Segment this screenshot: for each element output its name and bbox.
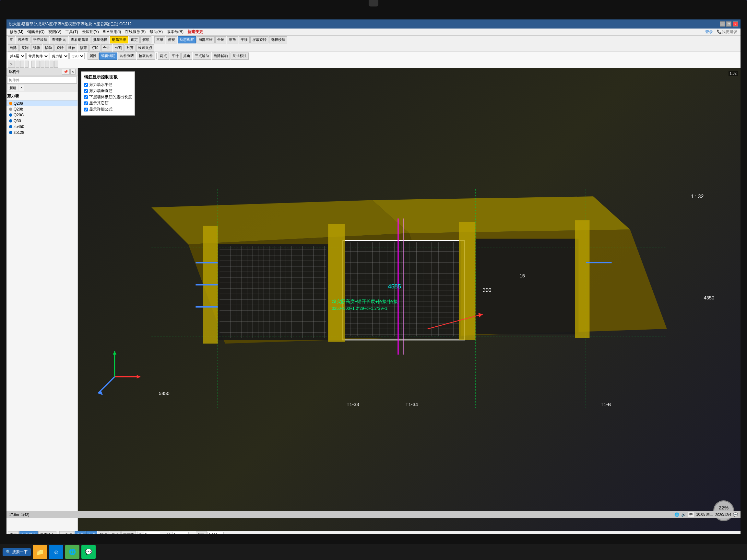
btn-set-height[interactable] [45,61,49,68]
toolbar-local3d[interactable]: 局部三维 [197,36,215,44]
maximize-btn[interactable]: □ [726,21,731,27]
toolbar-trim[interactable]: 修剪 [78,45,89,52]
toolbar-set-point[interactable]: 设置夹点 [136,45,154,52]
panel-close-btn[interactable]: × [70,69,76,75]
toolbar-select-layer[interactable]: 选择楼层 [269,36,287,44]
toolbar-find-elem[interactable]: 查找图元 [50,36,68,44]
menu-cloud[interactable]: 云应用(Y) [80,28,101,35]
menu-help[interactable]: 帮助(H) [148,28,165,35]
viewport-3d[interactable]: 4585 墙实际高度+锚开长度+搭接*搭接 3250+500+1.2*29+d+… [78,68,741,531]
btn-fill-base[interactable] [50,61,53,68]
menu-edit[interactable]: 修改(M) [8,28,25,35]
close-btn[interactable]: × [733,21,738,27]
toolbar-batch[interactable]: 批量选择 [91,36,109,44]
btn-del-aux[interactable]: 删除辅轴 [212,53,230,60]
btn-smart-layout[interactable] [36,61,40,68]
start-search[interactable]: 🔍 搜索一下 [3,548,31,556]
tree-item-zb450[interactable]: zb450 [6,124,77,130]
checkbox-horiz[interactable] [84,83,88,87]
btn-vertical[interactable]: 垂点 [75,531,85,534]
toolbar-cloud-check[interactable]: 云检查 [16,36,30,44]
minimize-btn[interactable]: ─ [720,21,725,27]
btn-add-length[interactable] [20,61,24,68]
input-x[interactable] [144,532,160,534]
delete-component-btn[interactable]: × [19,85,24,91]
menu-rebar-qty[interactable]: 钢筋量(Q) [25,28,46,35]
btn-no-move[interactable]: 不偏移 [121,531,136,534]
btn-intersect[interactable]: ✕ 交点 [59,531,74,534]
rebar-option-1[interactable]: 剪力墙水平筋 [84,82,132,87]
input-rotate[interactable] [207,532,224,534]
tree-item-q20c[interactable]: Q20C [6,112,77,118]
menu-tools[interactable]: 工具(T) [63,28,80,35]
toolbar-move2[interactable]: 移动 [43,45,54,52]
btn-parallel[interactable]: 平行 [170,53,181,60]
menu-view[interactable]: 视图(V) [46,28,63,35]
btn-edit-rebar[interactable]: 编辑钢筋 [99,53,118,60]
btn-midpoint[interactable]: 中点 [86,531,97,534]
toolbar-rebar3d[interactable]: 钢筋三维 [110,36,128,44]
btn-ortho[interactable]: 正交 [8,531,19,534]
rebar-option-3[interactable]: 下层墙体纵筋的露出长度 [84,94,132,100]
input-y[interactable] [173,532,189,534]
btn-rect[interactable] [31,61,35,68]
floor-selector[interactable]: 第4层 [8,53,26,59]
btn-component-list[interactable]: 构件列表 [118,53,136,60]
rebar-option-2[interactable]: 剪力墙垂直筋 [84,88,132,94]
toolbar-print[interactable]: 打印 [89,45,101,52]
component-search[interactable] [7,77,77,84]
btn-angle[interactable]: 抓角 [181,53,192,60]
toolbar-fullscreen[interactable]: 全屏 [215,36,226,44]
toolbar-rotate[interactable]: 旋转 [54,45,66,52]
btn-three-arc[interactable] [25,61,28,68]
tree-item-q30[interactable]: Q30 [6,118,77,124]
toolbar-zoom[interactable]: 缩放 [227,36,238,44]
element-type[interactable]: 剪力墙 [50,53,69,59]
toolbar-plan[interactable]: 俯视 [166,36,177,44]
btn-dimension[interactable]: 尺寸标注 [231,53,249,60]
btn-modify-wall[interactable] [41,61,45,68]
menu-version[interactable]: 版本号(B) [165,28,185,35]
toolbar-copy[interactable]: 复制 [20,45,30,52]
toolbar-compute[interactable]: 汇 [8,36,15,44]
btn-endpoint[interactable]: 顶点 [98,531,109,534]
toolbar-level-slab[interactable]: 平齐板层 [31,36,49,44]
btn-two-points[interactable]: 两点 [158,53,169,60]
contact-btn[interactable]: 📞我要建议 [715,28,739,35]
toolbar-rotate-screen[interactable]: 屏幕旋转 [250,36,268,44]
checkbox-formula[interactable] [84,108,88,111]
btn-three-points[interactable]: 三点辅助 [193,53,211,60]
toolbar-align[interactable]: 对齐 [125,45,135,52]
taskbar-chrome[interactable]: 🌐 [65,545,79,559]
toolbar-mirror[interactable]: 镜像 [31,45,42,52]
login-btn[interactable]: 登录 [703,28,715,35]
grade-selector[interactable]: Q20 [69,53,85,59]
toolbar-unlock[interactable]: 解锁 [140,36,151,44]
toolbar-3d[interactable]: 三维 [154,36,165,44]
checkbox-exposure[interactable] [84,95,88,99]
toolbar-move[interactable]: 平移 [239,36,250,44]
toolbar-divide[interactable]: 分割 [113,45,124,52]
btn-dynamic-input[interactable]: 动态输入 [38,531,56,534]
tree-item-q20b[interactable]: Q20b [6,106,77,112]
toolbar-merge[interactable]: 合并 [101,45,112,52]
menu-bim[interactable]: BIM应用(I) [101,28,123,35]
toolbar-delete[interactable]: 删除 [8,45,19,52]
btn-line[interactable] [16,61,20,68]
toolbar-view-rebar[interactable]: 查看钢筋量 [69,36,91,44]
tree-item-q20a[interactable]: Q20a [6,101,77,106]
tree-item-zb128[interactable]: zb128 [6,130,77,135]
btn-rotate[interactable]: 旋转 [196,531,207,534]
btn-pick[interactable]: 拾取构件 [137,53,155,60]
panel-pin-btn[interactable]: 📌 [62,69,70,75]
btn-snap[interactable]: 对象捕捉 [20,531,37,534]
input-method[interactable]: 中 [688,512,694,517]
btn-select[interactable]: ▷ [8,61,15,68]
menu-online[interactable]: 在线服务(S) [123,28,148,35]
rebar-option-4[interactable]: 显示其它筋 [84,101,132,106]
checkbox-vert[interactable] [84,89,88,93]
btn-level-base[interactable] [54,61,58,68]
taskbar-edge[interactable]: e [49,545,63,559]
rebar-option-5[interactable]: 显示详细公式 [84,107,132,112]
checkbox-other[interactable] [84,102,88,105]
